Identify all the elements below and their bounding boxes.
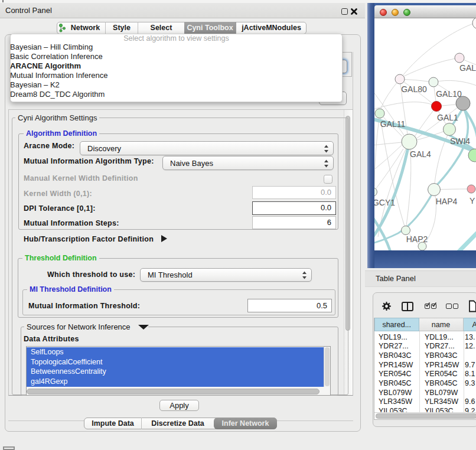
svg-text:HAP4: HAP4 [436,197,458,206]
svg-text:GAL7: GAL7 [459,63,476,73]
svg-text:HAP2: HAP2 [406,234,428,244]
svg-text:SWI4: SWI4 [450,136,470,146]
svg-text:GAL10: GAL10 [436,89,462,99]
svg-text:Y: Y [470,196,475,206]
svg-text:GAL1: GAL1 [437,113,458,122]
svg-text:GCY1: GCY1 [374,198,395,207]
svg-text:GAL11: GAL11 [380,119,406,129]
svg-text:GAL4: GAL4 [410,149,431,159]
svg-text:GAL80: GAL80 [401,84,427,94]
